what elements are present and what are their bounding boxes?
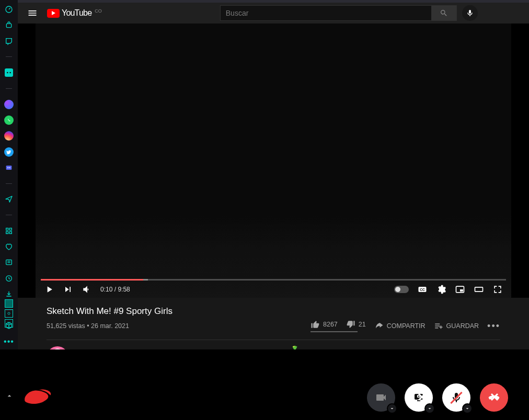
hangup-button[interactable] <box>480 383 508 412</box>
call-controls <box>367 383 508 412</box>
svg-rect-1 <box>6 24 11 28</box>
gx-news-icon[interactable] <box>0 254 18 270</box>
sponsor-badge-icon <box>291 345 298 349</box>
player-controls: 0:10 / 9:58 CC <box>39 281 508 298</box>
screenshare-button[interactable] <box>405 383 433 412</box>
camera-options-icon[interactable] <box>387 403 397 414</box>
dislike-button[interactable]: 21 <box>346 320 366 329</box>
menu-button[interactable] <box>26 7 39 19</box>
gx-more-icon[interactable]: ••• <box>0 334 18 349</box>
youtube-country-code: CO <box>95 8 102 14</box>
youtube-logo-text: YouTube <box>62 8 91 18</box>
gx-divider <box>0 80 18 96</box>
gx-apps-icon[interactable] <box>0 223 18 239</box>
mic-options-icon[interactable] <box>462 403 473 414</box>
svg-rect-19 <box>460 289 463 291</box>
gx-gauge-icon[interactable] <box>0 2 18 17</box>
participant-avatar <box>19 386 55 406</box>
video-title: Sketch With Me! #9 Sporty Girls <box>47 306 500 317</box>
gx-store-icon[interactable] <box>0 17 18 33</box>
gx-messenger-icon[interactable] <box>0 97 18 112</box>
gx-whatsapp-icon[interactable] <box>0 112 18 128</box>
svg-rect-8 <box>9 228 12 230</box>
svg-point-6 <box>9 167 10 168</box>
theater-container: 0:10 / 9:58 CC <box>18 24 529 298</box>
volume-button[interactable] <box>79 282 94 297</box>
next-button[interactable] <box>61 282 75 297</box>
autoplay-toggle[interactable] <box>394 286 409 293</box>
share-button[interactable]: COMPARTIR <box>374 321 426 331</box>
gx-mini-panel-3-icon[interactable] <box>5 319 13 328</box>
youtube-play-icon <box>47 9 60 18</box>
search-input[interactable] <box>220 5 432 21</box>
gx-twitch-icon[interactable] <box>0 33 18 49</box>
gx-mini-panel-1-icon[interactable] <box>5 299 13 308</box>
participants-toggle[interactable] <box>5 386 55 406</box>
svg-point-2 <box>7 72 8 74</box>
gx-divider <box>0 176 18 191</box>
svg-rect-9 <box>6 231 8 234</box>
search-button[interactable] <box>432 5 457 21</box>
miniplayer-button[interactable] <box>453 282 467 297</box>
below-video: Sketch With Me! #9 Sporty Girls 51,625 v… <box>47 298 529 349</box>
more-actions-button[interactable]: ••• <box>487 321 500 332</box>
search-wrap <box>220 5 478 21</box>
gx-heart-icon[interactable] <box>0 239 18 254</box>
gx-divider <box>0 207 18 223</box>
dislike-count: 21 <box>359 321 366 328</box>
svg-rect-10 <box>9 231 12 234</box>
call-overlay <box>0 349 529 420</box>
svg-text:CC: CC <box>420 287 425 291</box>
video-player[interactable]: 0:10 / 9:58 CC <box>36 24 511 298</box>
time-display: 0:10 / 9:58 <box>100 286 130 293</box>
svg-rect-4 <box>6 166 12 170</box>
svg-point-3 <box>9 72 11 74</box>
gx-clock-icon[interactable] <box>0 271 18 286</box>
gx-discord-icon[interactable] <box>0 160 18 176</box>
gx-divider <box>0 49 18 65</box>
mic-button[interactable] <box>442 383 470 412</box>
section-divider <box>47 340 500 340</box>
like-ratio-bar <box>310 331 358 332</box>
voice-search-button[interactable] <box>462 5 478 21</box>
svg-point-15 <box>8 312 10 314</box>
gx-twitter-icon[interactable] <box>0 144 18 159</box>
svg-rect-20 <box>475 287 483 291</box>
yt-header: YouTube CO <box>18 3 529 24</box>
like-count: 8267 <box>323 321 338 328</box>
settings-button[interactable] <box>434 282 448 297</box>
camera-button[interactable] <box>367 383 395 412</box>
screenshare-options-icon[interactable] <box>424 403 435 414</box>
meta-row: 51,625 vistas • 26 mar. 2021 8267 21 <box>47 320 500 332</box>
captions-button[interactable]: CC <box>415 282 430 297</box>
like-button[interactable]: 8267 <box>310 320 338 329</box>
gx-mini-stack <box>0 299 18 328</box>
youtube-app: YouTube CO 0:10 / 9:5 <box>18 3 529 349</box>
play-button[interactable] <box>42 282 56 297</box>
youtube-logo[interactable]: YouTube CO <box>47 8 102 18</box>
video-meta-text: 51,625 vistas • 26 mar. 2021 <box>47 322 129 330</box>
svg-point-5 <box>7 167 8 168</box>
gx-sidebar: ••• <box>0 0 18 349</box>
gx-mini-panel-2-icon[interactable] <box>5 309 13 318</box>
gx-send-icon[interactable] <box>0 191 18 207</box>
gx-instagram-icon[interactable] <box>0 128 18 144</box>
svg-rect-7 <box>6 228 8 230</box>
chevron-up-icon <box>5 392 14 400</box>
save-button[interactable]: GUARDAR <box>434 321 479 331</box>
fullscreen-button[interactable] <box>490 282 505 297</box>
gx-ai-icon[interactable] <box>0 65 18 80</box>
theater-button[interactable] <box>472 282 486 297</box>
